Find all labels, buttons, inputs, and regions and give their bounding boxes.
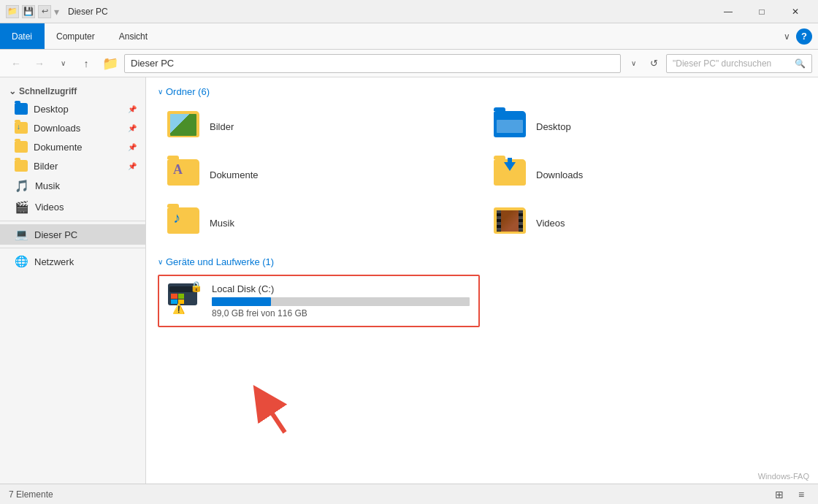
minimize-button[interactable]: —: [711, 0, 745, 23]
desktop-tile-label: Desktop: [536, 121, 571, 132]
bilder-tile-icon: [167, 111, 202, 142]
address-input[interactable]: Dieser PC: [124, 54, 621, 73]
search-icon: 🔍: [795, 58, 806, 69]
dokumente-tile-icon: [167, 159, 202, 190]
sidebar-item-netzwerk[interactable]: 🌐 Netzwerk: [0, 251, 145, 272]
sidebar-item-dokumente[interactable]: Dokumente 📌: [0, 137, 145, 156]
devices-chevron-icon: ∨: [158, 258, 163, 266]
downloads-folder-icon: ↓: [15, 122, 28, 134]
watermark: Windows-FAQ: [758, 472, 809, 481]
disk-bar-background: [212, 297, 470, 306]
desktop-folder-icon: [15, 103, 28, 115]
bilder-tile-label: Bilder: [210, 121, 234, 132]
sidebar-item-downloads[interactable]: ↓ Downloads 📌: [0, 118, 145, 137]
devices-section-header[interactable]: ∨ Geräte und Laufwerke (1): [158, 256, 806, 267]
chevron-icon: ⌄: [9, 86, 16, 96]
address-bar: ← → ∨ ↑ 📁 Dieser PC ∨ ↺ "Dieser PC" durc…: [0, 50, 818, 77]
downloads-tile-label: Downloads: [536, 169, 583, 180]
folders-section-header[interactable]: ∨ Ordner (6): [158, 86, 806, 97]
folder-tile-videos[interactable]: Videos: [484, 201, 806, 245]
folder-tile-musik[interactable]: ♪ Musik: [158, 201, 480, 245]
folder-tile-bilder[interactable]: Bilder: [158, 104, 480, 148]
quick-access-icon[interactable]: 📁: [6, 5, 19, 18]
pin-icon-dokumente: 📌: [128, 143, 137, 151]
folder-grid: Bilder Desktop Dokumente: [158, 104, 806, 245]
title-bar: 📁 💾 ↩ ▾ Dieser PC — □ ✕: [0, 0, 818, 23]
videos-tile-icon: [494, 207, 529, 238]
save-icon[interactable]: 💾: [22, 5, 35, 18]
close-button[interactable]: ✕: [779, 0, 812, 23]
disk-space-label: 89,0 GB frei von 116 GB: [212, 308, 470, 318]
title-bar-icons: 📁 💾 ↩ ▾: [6, 5, 59, 18]
undo-icon[interactable]: ↩: [38, 5, 51, 18]
sidebar-item-videos-label: Videos: [35, 202, 64, 213]
desktop-tile-icon: [494, 111, 529, 142]
sidebar-item-desktop[interactable]: Desktop 📌: [0, 99, 145, 118]
sidebar-item-dieser-pc-label: Dieser PC: [34, 229, 77, 240]
main-layout: ⌄ Schnellzugriff Desktop 📌 ↓ Downloads 📌…: [0, 77, 818, 484]
tab-computer[interactable]: Computer: [45, 23, 107, 49]
sidebar-item-dieser-pc[interactable]: 💻 Dieser PC: [0, 224, 145, 245]
status-right: ⊞ ≡: [771, 486, 809, 503]
lock-badge-icon: 🔒: [190, 280, 203, 294]
dieser-pc-icon: 💻: [15, 228, 28, 241]
sidebar-schnellzugriff-header[interactable]: ⌄ Schnellzugriff: [0, 83, 145, 99]
devices-section: ∨ Geräte und Laufwerke (1): [158, 256, 806, 327]
folders-header-label: Ordner (6): [166, 86, 210, 97]
disk-info: Local Disk (C:) 89,0 GB frei von 116 GB: [212, 283, 470, 318]
sidebar-item-musik-label: Musik: [35, 180, 60, 191]
folder-tile-desktop[interactable]: Desktop: [484, 104, 806, 148]
search-box[interactable]: "Dieser PC" durchsuchen 🔍: [666, 54, 812, 73]
disk-bar-fill: [212, 297, 271, 306]
schnellzugriff-label: Schnellzugriff: [19, 86, 77, 96]
pin-icon-downloads: 📌: [128, 124, 137, 132]
musik-tile-label: Musik: [210, 218, 234, 229]
devices-header-label: Geräte und Laufwerke (1): [166, 256, 274, 267]
nav-dropdown-button[interactable]: ∨: [53, 53, 73, 74]
video-icon: 🎬: [15, 200, 29, 214]
view-list-button[interactable]: ≡: [793, 486, 809, 503]
netzwerk-icon: 🌐: [15, 255, 28, 268]
sidebar-divider: [0, 221, 145, 221]
sidebar-item-desktop-label: Desktop: [34, 104, 69, 115]
view-tiles-button[interactable]: ⊞: [771, 486, 787, 503]
items-count-label: 7 Elemente: [9, 489, 53, 500]
bilder-folder-icon: [15, 160, 28, 172]
pin-icon-bilder: 📌: [128, 162, 137, 170]
ribbon: Datei Computer Ansicht ∨ ?: [0, 23, 818, 50]
dokumente-folder-icon: [15, 141, 28, 153]
content-area: ∨ Ordner (6) Bilder Desktop: [146, 77, 818, 484]
pin-icon-desktop: 📌: [128, 105, 137, 113]
disk-icon-container: 🔒 ⚠️: [168, 283, 203, 318]
disk-tile-c[interactable]: 🔒 ⚠️ Local Disk (C:) 89,0 GB frei von 11…: [158, 275, 480, 327]
tab-ansicht[interactable]: Ansicht: [107, 23, 160, 49]
disk-name-label: Local Disk (C:): [212, 283, 470, 294]
title-bar-arrow: ▾: [54, 5, 59, 18]
ribbon-right: ∨ ?: [784, 23, 818, 49]
sidebar-item-videos[interactable]: 🎬 Videos: [0, 196, 145, 218]
help-button[interactable]: ?: [796, 28, 812, 45]
tab-datei[interactable]: Datei: [0, 23, 45, 49]
sidebar-item-downloads-label: Downloads: [34, 123, 80, 134]
folder-tile-downloads[interactable]: Downloads: [484, 153, 806, 196]
up-button[interactable]: ↑: [76, 53, 96, 74]
refresh-button[interactable]: ↺: [644, 54, 663, 73]
sidebar-item-bilder-label: Bilder: [34, 161, 58, 172]
address-text: Dieser PC: [131, 58, 174, 69]
dokumente-tile-label: Dokumente: [210, 169, 258, 180]
sidebar-item-bilder[interactable]: Bilder 📌: [0, 156, 145, 175]
search-placeholder: "Dieser PC" durchsuchen: [673, 58, 771, 69]
folder-tile-dokumente[interactable]: Dokumente: [158, 153, 480, 196]
downloads-tile-icon: [494, 159, 529, 190]
window-controls: — □ ✕: [711, 0, 812, 23]
warning-badge-icon: ⚠️: [172, 302, 186, 316]
address-dropdown-button[interactable]: ∨: [625, 54, 641, 73]
ribbon-collapse-button[interactable]: ∨: [784, 31, 790, 42]
drives-row: 🔒 ⚠️ Local Disk (C:) 89,0 GB frei von 11…: [158, 275, 806, 327]
folder-small-icon: 📁: [102, 56, 118, 72]
forward-button[interactable]: →: [29, 53, 50, 74]
sidebar-divider2: [0, 248, 145, 248]
sidebar-item-musik[interactable]: 🎵 Musik: [0, 175, 145, 196]
back-button[interactable]: ←: [6, 53, 26, 74]
maximize-button[interactable]: □: [745, 0, 779, 23]
